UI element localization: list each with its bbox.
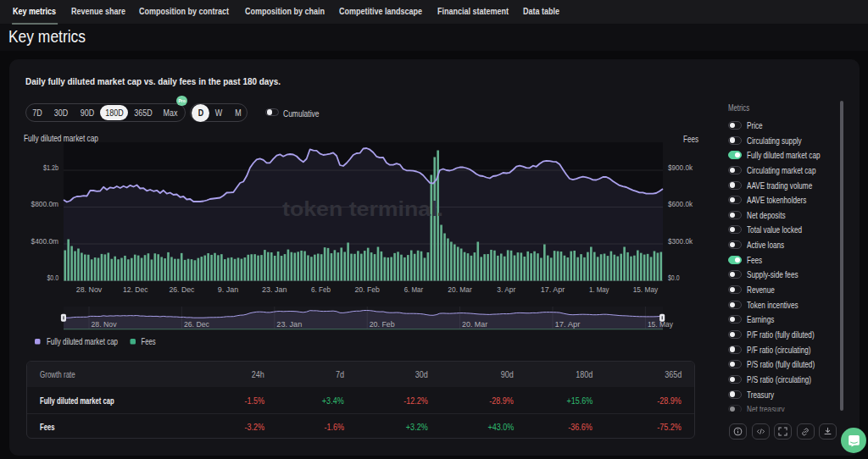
svg-text:6. Mar: 6. Mar	[404, 285, 424, 294]
svg-text:$900.0k: $900.0k	[668, 163, 693, 172]
svg-text:20. Feb: 20. Feb	[370, 320, 395, 329]
svg-text:$1.2b: $1.2b	[43, 163, 58, 172]
svg-text:$800.0m: $800.0m	[31, 199, 59, 208]
svg-text:28. Nov: 28. Nov	[76, 285, 103, 294]
svg-text:$0.0: $0.0	[47, 273, 59, 282]
svg-text:3. Apr: 3. Apr	[497, 285, 515, 294]
svg-text:20. Mar: 20. Mar	[448, 285, 472, 294]
svg-text:Fees: Fees	[142, 337, 156, 346]
svg-text:$400.0m: $400.0m	[31, 236, 59, 246]
svg-text:23. Jan: 23. Jan	[262, 285, 287, 294]
svg-text:20. Mar: 20. Mar	[462, 320, 487, 329]
svg-text:9. Jan: 9. Jan	[218, 285, 239, 294]
svg-text:28. Nov: 28. Nov	[92, 320, 117, 329]
svg-text:$600.0k: $600.0k	[668, 199, 693, 208]
svg-text:26. Dec: 26. Dec	[169, 285, 194, 294]
svg-text:17. Apr: 17. Apr	[555, 320, 581, 329]
svg-text:17. Apr: 17. Apr	[541, 285, 565, 294]
svg-text:token terminal.: token terminal.	[282, 197, 443, 220]
svg-text:$0.0: $0.0	[668, 273, 680, 282]
svg-text:1. May: 1. May	[589, 285, 609, 294]
svg-text:Fees: Fees	[683, 135, 698, 144]
svg-text:20. Feb: 20. Feb	[354, 285, 380, 294]
svg-text:12. Dec: 12. Dec	[123, 285, 148, 294]
svg-text:23. Jan: 23. Jan	[276, 320, 302, 329]
svg-text:$300.0k: $300.0k	[668, 236, 693, 246]
svg-text:6. Feb: 6. Feb	[311, 285, 331, 294]
svg-text:26. Dec: 26. Dec	[184, 320, 209, 329]
svg-text:Fully diluted market cap: Fully diluted market cap	[47, 337, 118, 346]
svg-text:Fully diluted market cap: Fully diluted market cap	[24, 134, 98, 143]
svg-text:15. May: 15. May	[633, 285, 659, 294]
